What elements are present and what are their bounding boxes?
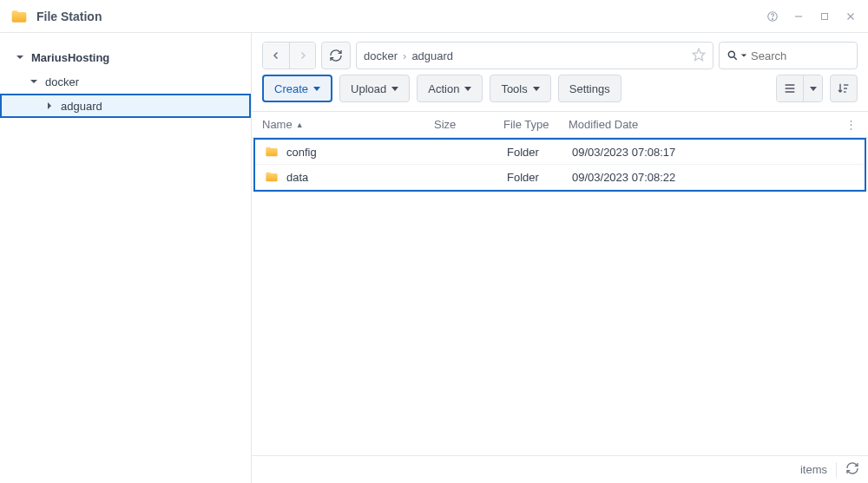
caret-down-icon: [391, 87, 398, 91]
app-folder-icon: [10, 8, 28, 25]
table-row[interactable]: config Folder 09/03/2023 07:08:17: [255, 140, 865, 165]
items-label: items: [800, 463, 827, 476]
sort-button[interactable]: [830, 75, 858, 102]
row-type: Folder: [507, 146, 572, 159]
chevron-right-icon: [45, 101, 56, 110]
app-title: File Station: [36, 10, 102, 23]
minimize-button[interactable]: [788, 6, 809, 27]
settings-button[interactable]: Settings: [558, 75, 621, 102]
tree-item-docker[interactable]: docker: [0, 69, 251, 94]
caret-down-icon: [533, 87, 540, 91]
folder-icon: [264, 170, 279, 184]
tree-item-label: docker: [45, 75, 79, 88]
tree-item-adguard[interactable]: adguard: [0, 94, 251, 118]
sidebar: MariusHosting docker adguard: [0, 33, 252, 483]
tools-label: Tools: [501, 82, 527, 95]
tree-root-label: MariusHosting: [31, 51, 109, 64]
svg-marker-6: [693, 49, 704, 60]
titlebar: File Station: [0, 0, 868, 33]
caret-down-icon: [313, 87, 320, 91]
row-type: Folder: [507, 171, 572, 184]
forward-button[interactable]: [289, 42, 315, 69]
column-type[interactable]: File Type: [503, 118, 569, 131]
view-mode-dropdown[interactable]: [803, 75, 822, 101]
search-input[interactable]: [751, 49, 850, 62]
row-name: config: [286, 146, 317, 159]
folder-icon: [264, 145, 279, 159]
crumb-docker[interactable]: docker: [364, 49, 398, 62]
column-size[interactable]: Size: [434, 118, 503, 131]
table-row[interactable]: data Folder 09/03/2023 07:08:22: [255, 165, 865, 190]
search-box[interactable]: [719, 42, 858, 69]
action-toolbar: Create Upload Action Tools Settings: [252, 75, 868, 112]
svg-line-8: [734, 57, 737, 60]
maximize-button[interactable]: [814, 6, 835, 27]
nav-toolbar: docker › adguard: [252, 33, 868, 75]
breadcrumb: docker › adguard: [356, 42, 713, 69]
file-list-selection: config Folder 09/03/2023 07:08:17 data F…: [253, 138, 866, 192]
list-header: Name ▲ Size File Type Modified Date ⋮: [252, 112, 868, 138]
chevron-down-icon: [30, 77, 40, 86]
refresh-button[interactable]: [321, 42, 351, 69]
create-button[interactable]: Create: [262, 75, 332, 102]
upload-button[interactable]: Upload: [339, 75, 410, 102]
svg-rect-3: [822, 13, 828, 19]
column-date[interactable]: Modified Date: [569, 118, 842, 131]
separator: [836, 462, 837, 478]
create-label: Create: [274, 82, 308, 95]
row-name: data: [286, 171, 308, 184]
tree-root[interactable]: MariusHosting: [0, 45, 251, 69]
column-name[interactable]: Name ▲: [252, 118, 434, 131]
refresh-status-button[interactable]: [845, 461, 859, 478]
tools-button[interactable]: Tools: [490, 75, 550, 102]
search-mode-toggle[interactable]: [727, 49, 747, 62]
chevron-right-icon: ›: [403, 49, 406, 62]
row-date: 09/03/2023 07:08:17: [572, 146, 865, 159]
upload-label: Upload: [351, 82, 386, 95]
sort-asc-icon: ▲: [296, 121, 304, 129]
close-button[interactable]: [840, 6, 861, 27]
favorite-star-icon[interactable]: [692, 48, 706, 64]
view-list-button[interactable]: [777, 75, 803, 101]
statusbar: items: [252, 455, 868, 483]
settings-label: Settings: [569, 82, 610, 95]
back-button[interactable]: [263, 42, 289, 69]
action-button[interactable]: Action: [417, 75, 483, 102]
row-date: 09/03/2023 07:08:22: [572, 171, 865, 184]
svg-point-1: [773, 18, 773, 19]
svg-point-7: [728, 51, 734, 57]
column-options-icon[interactable]: ⋮: [842, 118, 859, 131]
crumb-adguard[interactable]: adguard: [411, 49, 453, 62]
tree-item-label: adguard: [61, 100, 102, 113]
help-button[interactable]: [762, 6, 783, 27]
caret-down-icon: [810, 87, 817, 91]
action-label: Action: [428, 82, 459, 95]
caret-down-icon: [464, 87, 471, 91]
chevron-down-icon: [16, 53, 26, 62]
